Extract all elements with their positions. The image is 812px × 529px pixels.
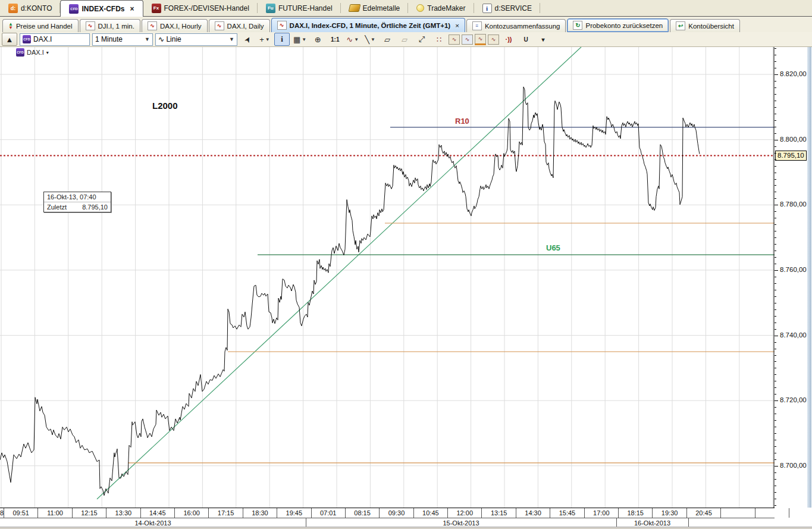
- sub-tab-bar: ▲▼Preise und Handel∿DJI.I, 1 min.∿DAX.I,…: [0, 17, 812, 32]
- major-tick: [775, 400, 778, 401]
- zoom-button[interactable]: ⊕: [310, 33, 325, 46]
- time-cell: 19:45: [277, 508, 311, 518]
- time-cell: 08:15: [346, 508, 380, 518]
- annotation-u65[interactable]: U65: [546, 243, 560, 252]
- trading-app-window: d:d:KONTOCFDINDEX-CFDs×FxFOREX-/DEVISEN-…: [0, 0, 812, 529]
- minor-tick: [775, 290, 776, 290]
- major-tick: [775, 74, 778, 75]
- main-tab-d-service[interactable]: id:SERVICE: [474, 0, 540, 16]
- price-chart[interactable]: L2000R10U65: [0, 47, 775, 508]
- annotation-r10[interactable]: R10: [455, 117, 469, 126]
- chart-legend[interactable]: CFD DAX.I ▾: [16, 48, 49, 57]
- main-tab-label: d:KONTO: [21, 4, 52, 12]
- scale-to-fit-button[interactable]: ⤢: [414, 33, 429, 46]
- pattern-markers-button[interactable]: ∷: [431, 33, 447, 46]
- fu-icon: Fu: [266, 4, 275, 13]
- draw-line-button[interactable]: ╲▼: [362, 33, 378, 46]
- main-tab-d-konto[interactable]: d:d:KONTO: [0, 0, 60, 16]
- toolbar-overflow-button[interactable]: ▾: [535, 33, 551, 46]
- minor-tick: [775, 283, 776, 284]
- annotation-l2000[interactable]: L2000: [152, 101, 178, 111]
- time-cell: 12:15: [73, 508, 106, 518]
- main-tab-index-cfds[interactable]: CFDINDEX-CFDs×: [60, 0, 143, 17]
- chart-toolbar: ▲ CFD DAX.I 1 Minute ▼ ∿ Linie ▼ ➤+▼i▦▼⊕…: [0, 32, 812, 47]
- main-tab-future-handel[interactable]: FuFUTURE-Handel: [258, 0, 341, 16]
- chart-icon: ∿: [148, 21, 157, 30]
- date-divider: [616, 518, 617, 527]
- sub-tab-kontozusammenfassung[interactable]: ≡Kontozusammenfassung: [466, 19, 566, 32]
- time-cell: 18:30: [243, 508, 277, 518]
- copy-to-clipboard-button[interactable]: ∿: [449, 35, 460, 45]
- date-label: 16-Okt-2013: [616, 518, 688, 527]
- minor-tick: [775, 173, 776, 173]
- main-tab-bar: d:d:KONTOCFDINDEX-CFDs×FxFOREX-/DEVISEN-…: [0, 0, 812, 17]
- main-tab-trademaker[interactable]: TradeMaker: [408, 0, 474, 16]
- sub-tab-probekonto-zur-cksetzen[interactable]: ↻Probekonto zurücksetzen: [567, 18, 669, 32]
- chart-type-select[interactable]: ∿ Linie ▼: [155, 33, 237, 46]
- minor-tick: [775, 374, 776, 375]
- minor-tick: [775, 381, 776, 381]
- sub-tab-label: DAX.I, Hourly: [160, 23, 202, 30]
- lightbulb-icon: [416, 4, 424, 12]
- date-label: [688, 518, 775, 527]
- eraser-all-button[interactable]: ▱: [397, 33, 412, 46]
- minor-tick: [775, 472, 776, 473]
- info-box-icon: i: [482, 4, 492, 13]
- alerts-button[interactable]: ·)): [501, 33, 516, 46]
- time-axis[interactable]: 809:5111:0012:1513:3014:4516:0017:1518:3…: [0, 508, 775, 528]
- collapse-toolbar-button[interactable]: ▲: [2, 33, 17, 46]
- minor-tick: [775, 264, 776, 264]
- sub-tab-dji-i-1-min[interactable]: ∿DJI.I, 1 min.: [80, 19, 140, 32]
- info-mode-icon: i: [281, 35, 283, 44]
- interval-select[interactable]: 1 Minute ▼: [92, 33, 153, 46]
- eraser-all-icon: ▱: [402, 35, 407, 44]
- sub-tab-konto-bersicht[interactable]: ↩Kontoübersicht: [670, 19, 740, 32]
- minor-tick: [775, 277, 776, 277]
- crosshair-add-button[interactable]: +▼: [257, 33, 272, 46]
- close-icon[interactable]: ×: [455, 22, 459, 29]
- time-cell: 14:30: [516, 508, 550, 518]
- chart-area: L2000R10U65 CFD DAX.I ▾ 16-Okt-13, 07:40…: [0, 47, 812, 529]
- status-strip: [0, 527, 812, 529]
- one-to-one-button[interactable]: 1:1: [327, 33, 343, 46]
- time-cell: 09:51: [4, 508, 38, 518]
- vertical-scrollbar[interactable]: [807, 47, 811, 508]
- save-chart-button[interactable]: ∿: [475, 34, 486, 45]
- copy-chart-image-button[interactable]: ∿: [462, 35, 473, 45]
- minor-tick: [775, 303, 776, 303]
- magnet-button[interactable]: U: [518, 33, 534, 46]
- price-line[interactable]: [0, 87, 700, 496]
- chart-window-button[interactable]: ∿: [488, 35, 499, 45]
- grid-style-button[interactable]: ▦▼: [291, 33, 308, 46]
- minor-tick: [775, 101, 776, 101]
- interval-value: 1 Minute: [95, 35, 123, 43]
- info-mode-button[interactable]: i: [274, 33, 290, 46]
- sub-tab-dax-i-daily[interactable]: ∿DAX.I, Daily: [209, 19, 270, 32]
- close-icon[interactable]: ×: [130, 5, 134, 13]
- time-cell: 10:45: [414, 508, 448, 518]
- time-cell: 14:45: [141, 508, 175, 518]
- sub-tab-dax-i-index-cfd-1-minute-rtliche-zeit-gmt-1[interactable]: ∿DAX.I, Index-CFD, 1 Minute, Örtliche Ze…: [271, 18, 465, 32]
- eraser-button[interactable]: ▱: [380, 33, 395, 46]
- chevron-down-icon: ▼: [371, 37, 375, 42]
- copy-chart-image-icon: ∿: [465, 36, 470, 42]
- price-axis[interactable]: 8.795,10 8.820,008.800,008.780,008.760,0…: [775, 47, 812, 508]
- sub-tab-preise-und-handel[interactable]: ▲▼Preise und Handel: [2, 19, 79, 32]
- indicator-button[interactable]: ∿▼: [344, 33, 360, 46]
- minor-tick: [775, 244, 776, 245]
- time-cell: 20:45: [687, 508, 721, 518]
- chevron-down-icon: ▾: [46, 50, 49, 55]
- symbol-field[interactable]: CFD DAX.I: [20, 33, 90, 46]
- price-axis-label: 8.700,00: [780, 462, 807, 469]
- fx-icon: Fx: [152, 4, 161, 13]
- minor-tick: [775, 81, 776, 82]
- main-tab-forex-devisen-handel[interactable]: FxFOREX-/DEVISEN-Handel: [143, 0, 258, 16]
- sub-tab-dax-i-hourly[interactable]: ∿DAX.I, Hourly: [142, 19, 208, 32]
- main-tab-edelmetalle[interactable]: Edelmetalle: [341, 0, 409, 16]
- trendline[interactable]: [97, 47, 581, 499]
- price-axis-label: 8.760,00: [780, 266, 807, 273]
- major-tick: [775, 270, 778, 271]
- pointer-tool-button[interactable]: ➤: [240, 33, 255, 46]
- minor-tick: [775, 433, 776, 434]
- time-cell: 15:45: [550, 508, 584, 518]
